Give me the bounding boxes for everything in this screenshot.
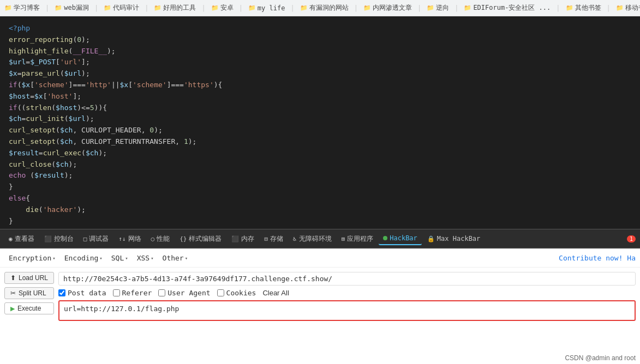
chevron-down-icon: ▾ <box>99 256 102 261</box>
debugger-icon: □ <box>83 235 87 242</box>
folder-icon: 📁 <box>616 4 624 11</box>
tab-style-editor[interactable]: {} 样式编辑器 <box>175 232 226 246</box>
tab-performance[interactable]: ○ 性能 <box>147 232 175 246</box>
folder-icon: 📁 <box>363 4 371 11</box>
bookmark-android[interactable]: 📁 安卓 <box>211 3 234 13</box>
user-agent-checkbox-label[interactable]: User Agent <box>158 289 210 297</box>
style-icon: {} <box>180 235 187 242</box>
load-url-icon: ⬆ <box>10 274 16 282</box>
hackbar-fields: Post data Referer User Agent Cookies Cle… <box>58 272 636 321</box>
menu-other[interactable]: Other ▾ <box>158 252 193 264</box>
clear-all-button[interactable]: Clear All <box>262 289 289 297</box>
bookmark-vuln[interactable]: 📁 有漏洞的网站 <box>300 3 349 13</box>
bookmark-mylife[interactable]: 📁 my life <box>248 4 285 12</box>
memory-icon: ⬛ <box>231 235 239 242</box>
split-url-icon: ✂ <box>10 289 16 297</box>
hackbar-toolbar: ⬆ Load URL ✂ Split URL ▶ Execute Post da… <box>0 268 640 324</box>
contribute-link[interactable]: Contribute now! Ha <box>559 254 636 262</box>
bookmark-intranet[interactable]: 📁 内网渗透文章 <box>363 3 412 13</box>
hackbar-panel: Encryption ▾ Encoding ▾ SQL ▾ XSS ▾ Othe… <box>0 248 640 363</box>
folder-icon: 📁 <box>104 4 111 11</box>
tab-debugger[interactable]: □ 调试器 <box>79 232 113 246</box>
hackbar-menu: Encryption ▾ Encoding ▾ SQL ▾ XSS ▾ Othe… <box>0 249 640 268</box>
tab-network[interactable]: ↑↓ 网络 <box>114 232 145 246</box>
user-agent-checkbox[interactable] <box>158 289 165 296</box>
code-display: <?php error_reporting(0); highlight_file… <box>0 16 640 229</box>
chevron-down-icon: ▾ <box>125 256 128 261</box>
referer-checkbox[interactable] <box>113 289 120 296</box>
post-data-checkbox-label[interactable]: Post data <box>58 289 106 297</box>
attribution: CSDN @admin and root <box>565 354 636 362</box>
hackbar-dot <box>383 236 387 240</box>
post-data-checkbox[interactable] <box>58 289 65 296</box>
bookmark-xuexi[interactable]: 📁 学习博客 <box>4 3 40 13</box>
application-icon: ⊞ <box>342 235 345 242</box>
folder-icon: 📁 <box>427 4 434 11</box>
folder-icon: 📁 <box>566 4 573 11</box>
console-icon: ⬛ <box>44 235 52 242</box>
split-url-button[interactable]: ✂ Split URL <box>4 287 54 299</box>
bookmark-edi[interactable]: 📁 EDIForum-安全社区 ... <box>464 3 551 13</box>
performance-icon: ○ <box>151 235 155 242</box>
bookmark-tools[interactable]: 📁 好用的工具 <box>154 3 196 13</box>
accessibility-icon: ♿ <box>293 235 297 242</box>
checkboxes-row: Post data Referer User Agent Cookies Cle… <box>58 289 636 297</box>
bookmark-mobile[interactable]: 📁 移动书签 <box>616 3 640 13</box>
tab-storage[interactable]: ⊟ 存储 <box>260 232 288 246</box>
inspector-icon: ◉ <box>9 235 13 242</box>
menu-encoding[interactable]: Encoding ▾ <box>60 252 107 264</box>
code-content: <?php error_reporting(0); highlight_file… <box>9 23 631 229</box>
folder-icon: 📁 <box>464 4 471 11</box>
folder-icon: 📁 <box>154 4 162 11</box>
browser-toolbar: 📁 学习博客 | 📁 web漏洞 | 📁 代码审计 | 📁 好用的工具 | 📁 … <box>0 0 640 16</box>
tab-console[interactable]: ⬛ 控制台 <box>40 232 78 246</box>
chevron-down-icon: ▾ <box>151 256 153 261</box>
menu-xss[interactable]: XSS ▾ <box>133 252 158 264</box>
referer-checkbox-label[interactable]: Referer <box>113 289 152 297</box>
lock-icon: 🔒 <box>427 235 435 242</box>
chevron-down-icon: ▾ <box>185 256 188 261</box>
execute-button[interactable]: ▶ Execute <box>4 302 54 314</box>
tab-inspector[interactable]: ◉ 查看器 <box>4 232 39 246</box>
tab-max-hackbar[interactable]: 🔒 Max HackBar <box>423 233 485 245</box>
folder-icon: 📁 <box>4 4 12 11</box>
hackbar-buttons: ⬆ Load URL ✂ Split URL ▶ Execute <box>4 272 54 314</box>
post-data-textarea[interactable]: url=http://127.0.1/flag.php <box>58 300 636 321</box>
menu-sql[interactable]: SQL ▾ <box>107 252 133 264</box>
folder-icon: 📁 <box>211 4 219 11</box>
url-input[interactable] <box>58 272 636 286</box>
folder-icon: 📁 <box>300 4 308 11</box>
storage-icon: ⊟ <box>264 235 268 242</box>
bookmark-code[interactable]: 📁 代码审计 <box>104 3 139 13</box>
execute-icon: ▶ <box>10 305 15 312</box>
cookies-checkbox-label[interactable]: Cookies <box>217 289 256 297</box>
tab-application[interactable]: ⊞ 应用程序 <box>337 232 378 246</box>
devtools-right: 1 <box>627 235 636 242</box>
folder-icon: 📁 <box>55 4 62 11</box>
chevron-down-icon: ▾ <box>52 256 55 261</box>
network-icon: ↑↓ <box>118 235 125 242</box>
devtools-bar: ◉ 查看器 ⬛ 控制台 □ 调试器 ↑↓ 网络 ○ 性能 {} 样式编辑器 ⬛ … <box>0 229 640 248</box>
folder-icon: 📁 <box>248 4 256 11</box>
bookmark-web[interactable]: 📁 web漏洞 <box>55 3 89 13</box>
tab-memory[interactable]: ⬛ 内存 <box>227 232 259 246</box>
tab-accessibility[interactable]: ♿ 无障碍环境 <box>289 232 336 246</box>
load-url-button[interactable]: ⬆ Load URL <box>4 272 54 284</box>
error-badge: 1 <box>627 235 636 242</box>
bookmark-reverse[interactable]: 📁 逆向 <box>427 3 449 13</box>
cookies-checkbox[interactable] <box>217 289 224 296</box>
menu-encryption[interactable]: Encryption ▾ <box>4 252 60 264</box>
tab-hackbar[interactable]: HackBar <box>379 232 422 245</box>
bookmark-other[interactable]: 📁 其他书签 <box>566 3 601 13</box>
